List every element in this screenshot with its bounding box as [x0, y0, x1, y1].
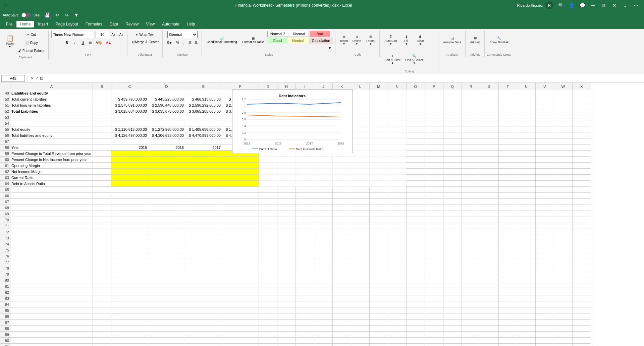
cell-50-A[interactable]: Total current liabilities — [10, 96, 93, 102]
cell-68-I[interactable] — [296, 205, 314, 211]
row-header-80[interactable]: 80 — [0, 277, 10, 283]
cell-49-S[interactable] — [480, 90, 498, 96]
cell-86-E[interactable] — [185, 313, 222, 320]
cell-64-A[interactable]: Debt to Assets Ratio — [10, 181, 93, 187]
cell-56-V[interactable] — [535, 132, 554, 138]
cell-80-H[interactable] — [277, 277, 296, 283]
cell-69-C[interactable] — [111, 211, 148, 217]
cell-81-K[interactable] — [332, 283, 351, 289]
cell-88-I[interactable] — [296, 326, 314, 332]
cell-54-V[interactable] — [535, 120, 554, 126]
row-header-58[interactable]: 58 — [0, 145, 10, 151]
cell-57-X[interactable] — [572, 138, 591, 145]
cell-57-P[interactable] — [425, 138, 443, 145]
cell-70-U[interactable] — [517, 217, 535, 223]
cell-59-R[interactable] — [462, 151, 480, 157]
cell-54-N[interactable] — [388, 120, 406, 126]
cell-88-S[interactable] — [480, 326, 498, 332]
cell-50-E[interactable]: $ 468,913,000.00 — [185, 96, 222, 102]
cell-66-S[interactable] — [480, 193, 498, 199]
cell-75-T[interactable] — [498, 247, 517, 253]
cell-84-C[interactable] — [111, 301, 148, 307]
cell-69-L[interactable] — [351, 211, 369, 217]
cell-63-U[interactable] — [517, 175, 535, 181]
row-header-88[interactable]: 88 — [0, 326, 10, 332]
cell-88-N[interactable] — [388, 326, 406, 332]
row-header-82[interactable]: 82 — [0, 289, 10, 295]
cell-86-B[interactable] — [93, 313, 111, 320]
cell-82-U[interactable] — [517, 289, 535, 295]
cell-79-M[interactable] — [369, 271, 388, 277]
cell-73-J[interactable] — [314, 235, 332, 241]
cell-65-H[interactable] — [277, 187, 296, 193]
cell-65-F[interactable] — [222, 187, 259, 193]
cell-86-O[interactable] — [406, 313, 425, 320]
cell-86-W[interactable] — [554, 313, 572, 320]
cell-84-N[interactable] — [388, 301, 406, 307]
wrap-text-btn[interactable]: ↵ Wrap Text — [134, 31, 156, 38]
cell-76-E[interactable] — [185, 253, 222, 259]
cell-69-N[interactable] — [388, 211, 406, 217]
cell-73-S[interactable] — [480, 235, 498, 241]
cell-86-R[interactable] — [462, 313, 480, 320]
col-header-X[interactable]: X — [572, 83, 591, 90]
row-header-73[interactable]: 73 — [0, 235, 10, 241]
cell-59-E[interactable] — [185, 151, 222, 157]
cell-91-L[interactable] — [351, 344, 369, 346]
cell-66-J[interactable] — [314, 193, 332, 199]
font-size-input[interactable] — [96, 31, 109, 38]
cell-91-S[interactable] — [480, 344, 498, 346]
cell-80-M[interactable] — [369, 277, 388, 283]
row-header-57[interactable]: 57 — [0, 138, 10, 145]
cell-65-R[interactable] — [462, 187, 480, 193]
cell-84-H[interactable] — [277, 301, 296, 307]
cell-86-V[interactable] — [535, 313, 554, 320]
cell-60-H[interactable] — [277, 157, 296, 163]
cell-65-D[interactable] — [148, 187, 185, 193]
cell-81-A[interactable] — [10, 283, 93, 289]
cell-83-B[interactable] — [93, 295, 111, 301]
cell-78-T[interactable] — [498, 265, 517, 271]
restore-btn[interactable]: ⧉ — [599, 1, 608, 9]
clear-btn[interactable]: 🗑 Clear ▼ — [414, 31, 427, 49]
cell-55-T[interactable] — [498, 126, 517, 132]
cell-66-M[interactable] — [369, 193, 388, 199]
cell-54-P[interactable] — [425, 120, 443, 126]
cell-68-H[interactable] — [277, 205, 296, 211]
find-select-btn[interactable]: 🔍 Find & Select ▼ — [403, 50, 425, 68]
cell-70-E[interactable] — [185, 217, 222, 223]
cell-76-U[interactable] — [517, 253, 535, 259]
confirm-formula-icon[interactable]: ✓ — [35, 76, 39, 81]
cell-64-P[interactable] — [425, 181, 443, 187]
cell-75-X[interactable] — [572, 247, 591, 253]
col-header-A[interactable]: A — [10, 83, 93, 90]
cell-88-M[interactable] — [369, 326, 388, 332]
show-toolpak-btn[interactable]: 🔧 Show ToolPak — [487, 31, 511, 49]
cell-74-H[interactable] — [277, 241, 296, 247]
col-header-B[interactable]: B — [93, 83, 111, 90]
cell-71-V[interactable] — [535, 223, 554, 229]
cell-66-L[interactable] — [351, 193, 369, 199]
cell-67-F[interactable] — [222, 199, 259, 205]
cell-70-A[interactable] — [10, 217, 93, 223]
cell-62-D[interactable] — [148, 169, 185, 175]
cell-60-Q[interactable] — [443, 157, 462, 163]
cell-88-W[interactable] — [554, 326, 572, 332]
cell-66-C[interactable] — [111, 193, 148, 199]
currency-btn[interactable]: $▼ — [165, 39, 174, 46]
cell-89-F[interactable] — [222, 332, 259, 338]
cell-50-S[interactable] — [480, 96, 498, 102]
cell-85-G[interactable] — [259, 307, 277, 313]
cell-56-Q[interactable] — [443, 132, 462, 138]
cell-84-G[interactable] — [259, 301, 277, 307]
cell-51-M[interactable] — [369, 102, 388, 108]
cell-50-V[interactable] — [535, 96, 554, 102]
cell-74-V[interactable] — [535, 241, 554, 247]
cell-71-L[interactable] — [351, 223, 369, 229]
format-painter-btn[interactable]: 🖌 Format Painter — [16, 47, 46, 54]
cell-74-S[interactable] — [480, 241, 498, 247]
row-header-68[interactable]: 68 — [0, 205, 10, 211]
cell-60-I[interactable] — [296, 157, 314, 163]
cell-77-P[interactable] — [425, 259, 443, 265]
cell-61-D[interactable] — [148, 163, 185, 169]
